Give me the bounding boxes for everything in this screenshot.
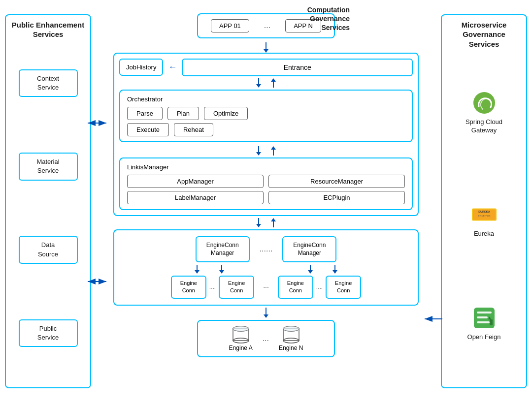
entrance-label: Entrance <box>284 63 311 71</box>
plan-box: Plan <box>167 107 199 120</box>
svg-rect-14 <box>477 312 492 313</box>
ecplugin-label: ECPlugin <box>323 194 350 201</box>
right-panel-title: MicroserviceGovernanceServices <box>462 20 507 49</box>
engine-a-icon <box>231 326 251 344</box>
eureka-label: Eureka <box>474 230 494 238</box>
engine-conn-1: EngineConn <box>171 276 206 299</box>
spring-cloud-label: Spring CloudGateway <box>466 118 502 135</box>
engine-conn-4-label: EngineConn <box>335 280 352 293</box>
diagram-container: Public Enhancement Services ContextServi… <box>0 0 532 407</box>
main-layout: Public Enhancement Services ContextServi… <box>5 4 527 403</box>
engines-dots: ... <box>263 334 269 343</box>
public-service-label: PublicService <box>37 325 59 341</box>
linkis-row-1: AppManager ResourceManager <box>127 175 405 188</box>
jobhistory-box: JobHistory <box>119 59 163 76</box>
linkis-label: LinkisManager <box>127 163 405 171</box>
comp-gov-box: JobHistory ← Entrance <box>113 53 419 216</box>
arrow-m1-c2 <box>219 270 224 274</box>
material-service-box: MaterialService <box>19 153 78 180</box>
arrow-apps-to-entrance <box>264 49 268 53</box>
left-panel: Public Enhancement Services ContextServi… <box>5 14 91 388</box>
arrow-linkis-to-engine <box>256 224 261 227</box>
resource-manager-label: ResourceManager <box>310 178 363 185</box>
optimize-box: Optimize <box>204 107 248 120</box>
eureka-item: EUREKA BY NETFLIX Eureka <box>472 202 497 238</box>
engine-conn-manager-1: EngineConnManager <box>196 236 250 263</box>
svg-rect-15 <box>477 316 488 318</box>
apps-dots: ... <box>264 21 270 30</box>
engines-bottom: Engine A ... Engine N <box>197 320 335 357</box>
engine-conn-manager-2-label: EngineConnManager <box>293 242 326 257</box>
linkis-row-2: LabelManager ECPlugin <box>127 191 405 204</box>
engine-conn-group-1: EngineConn .... EngineConn <box>171 276 254 299</box>
plan-label: Plan <box>177 110 190 117</box>
open-feign-label: Open Feign <box>467 333 501 342</box>
resource-manager-box: ResourceManager <box>268 175 405 188</box>
eureka-icon: EUREKA BY NETFLIX <box>472 202 497 227</box>
engine-conn-3-label: EngineConn <box>287 280 304 293</box>
engine-n-label: Engine N <box>279 344 303 351</box>
public-service-box: PublicService <box>19 319 78 347</box>
engine-conn-2-label: EngineConn <box>228 280 245 293</box>
app-manager-box: AppManager <box>127 175 264 188</box>
linkis-inner: AppManager ResourceManager LabelManager <box>127 175 405 204</box>
jobhistory-label: JobHistory <box>126 63 156 71</box>
svg-rect-16 <box>477 321 490 323</box>
right-panel: MicroserviceGovernanceServices Spring Cl… <box>441 14 527 388</box>
comp-gov-label: ComputationGovernanceServices <box>307 5 350 32</box>
spring-icon-svg <box>472 91 497 115</box>
left-panel-title: Public Enhancement Services <box>10 20 86 39</box>
conns-dots-2: .... <box>316 283 323 290</box>
parse-label: Parse <box>136 110 153 117</box>
spring-cloud-gateway-item: Spring CloudGateway <box>466 91 502 135</box>
entrance-box: Entrance <box>182 59 413 76</box>
arrow-entrance-down <box>256 84 261 88</box>
engine-conns-row: EngineConn .... EngineConn ··· EngineCon… <box>120 276 412 299</box>
engine-conn-4: EngineConn <box>326 276 361 299</box>
engine-a-label: Engine A <box>229 344 253 351</box>
engine-conn-2: EngineConn <box>219 276 254 299</box>
manager-to-conn-arrows <box>120 265 412 274</box>
engine-conn-3: EngineConn <box>278 276 313 299</box>
arrow-m2-c2 <box>332 270 337 274</box>
engine-conn-manager-2: EngineConnManager <box>282 236 336 263</box>
arrow-engine-to-linkis <box>271 218 276 221</box>
svg-point-7 <box>283 326 299 331</box>
app01-box: APP 01 <box>211 19 249 32</box>
orch-inner: Parse Plan Optimize <box>127 107 405 136</box>
optimize-label: Optimize <box>213 110 238 117</box>
reheat-label: Reheat <box>183 126 204 133</box>
arrow-left-icon: ← <box>168 62 177 72</box>
label-manager-label: LabelManager <box>175 194 216 201</box>
openfeign-icon-svg <box>472 306 497 330</box>
execute-box: Execute <box>127 123 169 136</box>
context-service-box: ContextService <box>19 69 78 97</box>
app01-label: APP 01 <box>219 22 241 30</box>
parse-box: Parse <box>127 107 163 120</box>
arrow-m2-c1 <box>308 270 313 274</box>
entrance-row: JobHistory ← Entrance <box>119 59 413 76</box>
engine-conn-group-2: EngineConn .... EngineConn <box>278 276 361 299</box>
center-content: APP 01 ... APP N <box>96 4 436 357</box>
arrow-orchestrator-up <box>271 78 276 82</box>
svg-point-3 <box>233 326 249 331</box>
center-panel: ComputationGovernanceServices APP 01 ...… <box>91 4 441 403</box>
engine-n-icon <box>281 326 301 344</box>
orchestrator-box: Orchestrator Parse Plan Optimize <box>119 90 413 142</box>
orch-row-1: Parse Plan Optimize <box>127 107 405 120</box>
reheat-box: Reheat <box>174 123 213 136</box>
linkis-manager-box: LinkisManager AppManager ResourceManager <box>119 157 413 210</box>
ecplugin-box: ECPlugin <box>268 191 405 204</box>
svg-text:BY NETFLIX: BY NETFLIX <box>478 215 490 217</box>
arrow-orch-to-linkis <box>256 152 261 156</box>
arrow-conns-to-engines <box>264 314 268 318</box>
data-source-label: DataSource <box>38 241 58 257</box>
orch-row-2: Execute Reheat <box>127 123 405 136</box>
app-manager-label: AppManager <box>177 178 213 185</box>
eureka-icon-svg: EUREKA BY NETFLIX <box>472 206 497 223</box>
engine-managers-row: EngineConnManager ...... EngineConnManag… <box>120 236 412 263</box>
engine-conn-manager-1-label: EngineConnManager <box>206 242 239 257</box>
arrow-m1-c1 <box>195 270 200 274</box>
engine-conn-1-label: EngineConn <box>180 280 197 293</box>
open-feign-item: Open Feign <box>467 306 501 342</box>
